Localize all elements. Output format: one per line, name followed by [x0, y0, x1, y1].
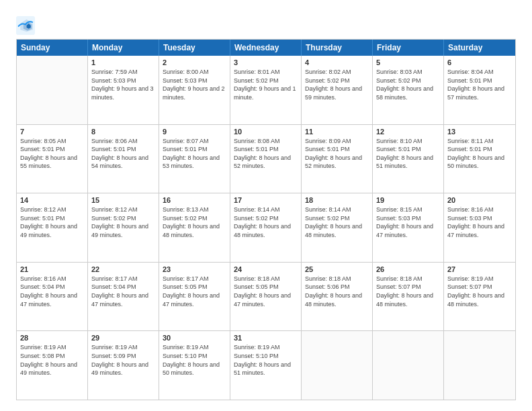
- header: [16, 13, 516, 35]
- calendar-cell-1-1: 8Sunrise: 8:06 AMSunset: 5:01 PMDaylight…: [88, 125, 159, 193]
- daylight-text: Daylight: 9 hours and 2 minutes.: [163, 85, 226, 101]
- day-number: 23: [163, 265, 226, 273]
- sunset-text: Sunset: 5:07 PM: [447, 283, 512, 291]
- sunrise-text: Sunrise: 8:18 AM: [376, 275, 440, 283]
- calendar-body: 1Sunrise: 7:59 AMSunset: 5:03 PMDaylight…: [17, 56, 515, 400]
- calendar-cell-3-4: 25Sunrise: 8:18 AMSunset: 5:06 PMDayligh…: [302, 263, 373, 331]
- sunset-text: Sunset: 5:10 PM: [163, 352, 226, 361]
- sunrise-text: Sunrise: 8:17 AM: [163, 275, 226, 283]
- day-number: 6: [447, 58, 512, 66]
- calendar-cell-2-6: 20Sunrise: 8:16 AMSunset: 5:03 PMDayligh…: [444, 193, 515, 262]
- day-number: 22: [91, 265, 155, 273]
- sunrise-text: Sunrise: 8:12 AM: [91, 205, 155, 214]
- sunset-text: Sunset: 5:01 PM: [163, 145, 226, 154]
- sunset-text: Sunset: 5:07 PM: [376, 283, 440, 291]
- sunset-text: Sunset: 5:08 PM: [20, 352, 84, 361]
- sunrise-text: Sunrise: 8:19 AM: [163, 343, 226, 352]
- daylight-text: Daylight: 8 hours and 51 minutes.: [376, 154, 440, 171]
- sunset-text: Sunset: 5:02 PM: [163, 214, 226, 223]
- daylight-text: Daylight: 8 hours and 55 minutes.: [20, 154, 84, 171]
- day-number: 5: [376, 58, 440, 66]
- calendar-cell-2-5: 19Sunrise: 8:15 AMSunset: 5:03 PMDayligh…: [373, 193, 444, 262]
- sunrise-text: Sunrise: 8:09 AM: [305, 137, 369, 146]
- calendar-cell-0-0: [17, 56, 88, 124]
- daylight-text: Daylight: 8 hours and 47 minutes.: [91, 291, 155, 308]
- calendar-cell-4-6: [444, 331, 515, 400]
- sunrise-text: Sunrise: 8:17 AM: [91, 275, 155, 283]
- sunrise-text: Sunrise: 8:19 AM: [20, 343, 84, 352]
- daylight-text: Daylight: 8 hours and 53 minutes.: [163, 154, 226, 171]
- sunrise-text: Sunrise: 8:01 AM: [234, 68, 298, 77]
- sunrise-text: Sunrise: 8:13 AM: [163, 205, 226, 214]
- calendar-row-3: 21Sunrise: 8:16 AMSunset: 5:04 PMDayligh…: [17, 263, 515, 332]
- day-number: 11: [305, 128, 369, 136]
- daylight-text: Daylight: 8 hours and 47 minutes.: [163, 291, 226, 308]
- sunrise-text: Sunrise: 8:11 AM: [447, 137, 512, 146]
- day-number: 27: [447, 265, 512, 273]
- calendar-cell-1-5: 12Sunrise: 8:10 AMSunset: 5:01 PMDayligh…: [373, 125, 444, 193]
- day-number: 17: [234, 196, 298, 204]
- sunset-text: Sunset: 5:04 PM: [20, 283, 84, 291]
- day-number: 20: [447, 196, 512, 204]
- sunset-text: Sunset: 5:02 PM: [234, 214, 298, 223]
- daylight-text: Daylight: 8 hours and 48 minutes.: [376, 291, 440, 308]
- calendar-cell-3-5: 26Sunrise: 8:18 AMSunset: 5:07 PMDayligh…: [373, 263, 444, 331]
- sunrise-text: Sunrise: 8:05 AM: [20, 137, 84, 146]
- sunset-text: Sunset: 5:02 PM: [376, 77, 440, 85]
- weekday-header-friday: Friday: [373, 40, 444, 56]
- sunset-text: Sunset: 5:01 PM: [305, 145, 369, 154]
- sunset-text: Sunset: 5:01 PM: [376, 145, 440, 154]
- sunrise-text: Sunrise: 8:08 AM: [234, 137, 298, 146]
- sunrise-text: Sunrise: 8:07 AM: [163, 137, 226, 146]
- page: SundayMondayTuesdayWednesdayThursdayFrid…: [0, 0, 532, 411]
- calendar-cell-0-6: 6Sunrise: 8:04 AMSunset: 5:01 PMDaylight…: [444, 56, 515, 124]
- daylight-text: Daylight: 8 hours and 57 minutes.: [447, 85, 512, 101]
- day-number: 3: [234, 58, 298, 66]
- sunset-text: Sunset: 5:03 PM: [163, 77, 226, 85]
- calendar-cell-4-4: [302, 331, 373, 400]
- sunset-text: Sunset: 5:02 PM: [234, 77, 298, 85]
- day-number: 14: [20, 196, 84, 204]
- calendar-cell-2-0: 14Sunrise: 8:12 AMSunset: 5:01 PMDayligh…: [17, 193, 88, 262]
- day-number: 2: [163, 58, 226, 66]
- daylight-text: Daylight: 8 hours and 47 minutes.: [234, 291, 298, 308]
- day-number: 21: [20, 265, 84, 273]
- daylight-text: Daylight: 8 hours and 49 minutes.: [20, 361, 84, 377]
- sunset-text: Sunset: 5:03 PM: [91, 77, 155, 85]
- sunset-text: Sunset: 5:01 PM: [91, 145, 155, 154]
- day-number: 4: [305, 58, 369, 66]
- calendar-cell-4-3: 31Sunrise: 8:19 AMSunset: 5:10 PMDayligh…: [230, 331, 302, 400]
- day-number: 16: [163, 196, 226, 204]
- calendar-cell-2-2: 16Sunrise: 8:13 AMSunset: 5:02 PMDayligh…: [159, 193, 230, 262]
- calendar-cell-0-3: 3Sunrise: 8:01 AMSunset: 5:02 PMDaylight…: [230, 56, 302, 124]
- calendar-cell-3-6: 27Sunrise: 8:19 AMSunset: 5:07 PMDayligh…: [444, 263, 515, 331]
- calendar-cell-3-3: 24Sunrise: 8:18 AMSunset: 5:05 PMDayligh…: [230, 263, 302, 331]
- weekday-header-sunday: Sunday: [17, 40, 88, 56]
- day-number: 10: [234, 128, 298, 136]
- calendar-cell-0-1: 1Sunrise: 7:59 AMSunset: 5:03 PMDaylight…: [88, 56, 159, 124]
- sunrise-text: Sunrise: 8:00 AM: [163, 68, 226, 77]
- calendar: SundayMondayTuesdayWednesdayThursdayFrid…: [16, 39, 516, 400]
- calendar-cell-2-3: 17Sunrise: 8:14 AMSunset: 5:02 PMDayligh…: [230, 193, 302, 262]
- daylight-text: Daylight: 8 hours and 58 minutes.: [376, 85, 440, 101]
- daylight-text: Daylight: 9 hours and 1 minute.: [234, 85, 298, 101]
- day-number: 25: [305, 265, 369, 273]
- daylight-text: Daylight: 8 hours and 47 minutes.: [20, 291, 84, 308]
- sunset-text: Sunset: 5:01 PM: [447, 145, 512, 154]
- daylight-text: Daylight: 8 hours and 52 minutes.: [234, 154, 298, 171]
- sunrise-text: Sunrise: 8:18 AM: [234, 275, 298, 283]
- daylight-text: Daylight: 8 hours and 49 minutes.: [91, 361, 155, 377]
- day-number: 18: [305, 196, 369, 204]
- sunset-text: Sunset: 5:01 PM: [234, 145, 298, 154]
- weekday-header-thursday: Thursday: [302, 40, 373, 56]
- sunrise-text: Sunrise: 7:59 AM: [91, 68, 155, 77]
- calendar-row-2: 14Sunrise: 8:12 AMSunset: 5:01 PMDayligh…: [17, 193, 515, 263]
- logo: [16, 16, 37, 35]
- sunrise-text: Sunrise: 8:04 AM: [447, 68, 512, 77]
- sunrise-text: Sunrise: 8:18 AM: [305, 275, 369, 283]
- sunrise-text: Sunrise: 8:06 AM: [91, 137, 155, 146]
- calendar-cell-1-4: 11Sunrise: 8:09 AMSunset: 5:01 PMDayligh…: [302, 125, 373, 193]
- calendar-cell-3-1: 22Sunrise: 8:17 AMSunset: 5:04 PMDayligh…: [88, 263, 159, 331]
- calendar-cell-3-2: 23Sunrise: 8:17 AMSunset: 5:05 PMDayligh…: [159, 263, 230, 331]
- day-number: 8: [91, 128, 155, 136]
